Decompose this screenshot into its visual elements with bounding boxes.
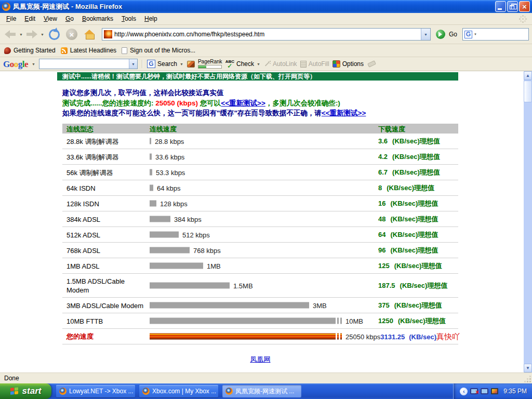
google-logo-dropdown-icon[interactable]: ▼ (31, 62, 36, 66)
highlighter-icon[interactable] (367, 60, 376, 68)
measured-speed: 25050 (kbps) (155, 99, 198, 107)
menu-bookmarks[interactable]: Bookmarks (78, 14, 117, 24)
search-input[interactable]: G ▼ (462, 28, 529, 41)
search-engine-dropdown-icon[interactable]: ▼ (473, 33, 477, 36)
speed-table-body: 28.8k 调制解调器 28.8 kbps 3.6(KB/sec)理想值 33.… (62, 134, 458, 329)
forward-dropdown-icon[interactable]: ▼ (40, 33, 45, 36)
close-button[interactable]: × (519, 1, 530, 12)
network-error-icon[interactable] (470, 388, 478, 394)
status-bar: Done (0, 373, 532, 383)
connection-speed: 53.3 kbps (156, 168, 185, 176)
options-button[interactable]: Options (332, 60, 364, 68)
connection-speed: 1.5MB (233, 282, 253, 289)
windows-flag-icon (10, 387, 19, 396)
firefox-icon (2, 3, 10, 11)
go-icon[interactable] (436, 30, 445, 39)
connection-speed: 3MB (313, 301, 327, 309)
network-icon[interactable] (481, 388, 488, 394)
pagerank-bar (198, 65, 222, 69)
bookmarks-toolbar: Getting Started Latest Headlines Sign ou… (0, 44, 532, 57)
menu-edit[interactable]: Edit (20, 14, 39, 24)
home-button[interactable] (84, 30, 95, 39)
browser-viewport: 测试中......请稍候！测试需要几秒钟，测试时最好不要占用网络资源（如下载、打… (0, 71, 532, 373)
start-button[interactable]: start (0, 383, 51, 399)
connection-type: 28.8k 调制解调器 (66, 137, 149, 145)
connection-type: 56k 调制解调器 (66, 168, 149, 177)
navigation-toolbar: ▼ ▼ × http://www.phoenixtv.com.cn/home/f… (0, 25, 532, 44)
connection-type: 3MB ADSL/Cable Modem (66, 301, 149, 310)
google-search-icon: G (464, 31, 472, 38)
retest-link-2[interactable]: <<重新测试>> (322, 109, 366, 117)
cache-note-line: 如果您的连线速度不可能这么快，这一页可能因有"缓存"存在而导致数据不正确，请<<… (62, 108, 366, 118)
window-title-bar: 凤凰宽频-网速测试 - Mozilla Firefox × (0, 0, 532, 13)
bookmark-getting-started[interactable]: Getting Started (4, 47, 56, 54)
minimize-button[interactable] (495, 1, 506, 12)
back-button[interactable] (3, 28, 18, 41)
table-row: 3MB ADSL/Cable Modem 3MB 375(KB/sec)理想值 (62, 298, 458, 313)
speed-bar (150, 232, 179, 238)
your-speed-label: 您的速度 (66, 332, 94, 341)
toolbar-separator (142, 60, 143, 68)
spellcheck-button[interactable]: ABC✓ Check ▼ (225, 60, 261, 68)
task-xbox[interactable]: Xbox.com | My Xbox ... (139, 385, 218, 397)
menu-tools[interactable]: Tools (117, 14, 140, 24)
connection-type: 64k ISDN (66, 183, 149, 192)
go-label[interactable]: Go (449, 31, 457, 38)
page-footer: 凤凰网 (62, 355, 458, 364)
connection-speed: 512 kbps (182, 231, 210, 238)
autofill-button[interactable]: AutoFill (300, 60, 329, 68)
download-speed: 125(KB/sec)理想值 (378, 261, 442, 271)
google-search-button[interactable]: G Search ▼ (147, 60, 184, 68)
display-settings-icon[interactable] (491, 388, 498, 394)
download-speed: 96(KB/sec)理想值 (378, 246, 438, 255)
url-bar[interactable]: http://www.phoenixtv.com.cn/home/fhkp/te… (102, 28, 431, 41)
restore-button[interactable] (507, 1, 518, 12)
resize-grip[interactable] (525, 376, 531, 382)
pagerank-indicator[interactable]: PageRank (198, 59, 222, 69)
menu-file[interactable]: File (2, 14, 20, 24)
desktop: 凤凰宽频-网速测试 - Mozilla Firefox × File Edit … (0, 0, 532, 399)
site-favicon (104, 30, 112, 38)
menu-view[interactable]: View (39, 14, 61, 24)
google-search-field[interactable]: ▼ (39, 59, 138, 69)
tray-chevron-icon[interactable]: ‹ (460, 388, 468, 395)
connection-type: 10MB FTTB (66, 316, 149, 325)
page-icon (122, 47, 127, 54)
connection-type: 512k ADSL (66, 230, 149, 239)
scrollbar-thumb[interactable] (524, 81, 532, 102)
retest-link[interactable]: <<重新测试>> (221, 99, 265, 107)
forward-button[interactable] (24, 28, 39, 41)
back-dropdown-icon[interactable]: ▼ (19, 33, 23, 36)
getting-started-icon (4, 47, 11, 54)
table-row: 768k ADSL 768 kbps 96(KB/sec)理想值 (62, 243, 458, 258)
menu-help[interactable]: Help (140, 14, 162, 24)
your-speed-bar (150, 334, 336, 340)
bookmark-sign-out[interactable]: Sign out of the Micros... (122, 47, 195, 54)
connection-type: 768k ADSL (66, 246, 149, 255)
autolink-button[interactable]: AutoLink (264, 60, 297, 68)
menu-go[interactable]: Go (61, 14, 78, 24)
reload-button[interactable] (49, 29, 60, 40)
menu-bar: File Edit View Go Bookmarks Tools Help (0, 13, 532, 25)
task-speedtest[interactable]: 凤凰宽频-网速测试 ... (222, 385, 301, 397)
task-lowyat[interactable]: Lowyat.NET -> Xbox ... (56, 385, 135, 397)
stop-button[interactable]: × (66, 29, 77, 40)
url-dropdown-button[interactable]: ▼ (421, 29, 430, 40)
news-icon[interactable] (187, 61, 195, 68)
connection-speed: 28.8 kbps (155, 137, 184, 145)
phoenix-site-link[interactable]: 凤凰网 (250, 355, 271, 363)
taskbar: start Lowyat.NET -> Xbox ... Xbox.com | … (0, 383, 532, 399)
tip-line: 建议您多测几次，取平均值，这样会比较接近真实值 (62, 88, 366, 98)
download-speed: 187.5(KB/sec)理想值 (378, 281, 447, 290)
scroll-up-button[interactable]: ▲ (524, 71, 532, 80)
google-logo[interactable]: Google (3, 60, 28, 69)
table-row: 1MB ADSL 1MB 125(KB/sec)理想值 (62, 258, 458, 274)
connection-type: 1.5MB ADSL/Cable Modem (62, 277, 144, 295)
vertical-scrollbar[interactable]: ▲ ▼ (524, 71, 532, 373)
speed-table-header: 连线型态 连线速度 下载速度 (62, 124, 458, 134)
table-row: 56k 调制解调器 53.3 kbps 6.7(KB/sec)理想值 (62, 165, 458, 180)
url-text[interactable]: http://www.phoenixtv.com.cn/home/fhkp/te… (114, 31, 419, 38)
bookmark-latest-headlines[interactable]: Latest Headlines (61, 47, 116, 54)
scroll-down-button[interactable]: ▼ (524, 364, 532, 373)
google-search-dropdown[interactable]: ▼ (129, 59, 137, 69)
